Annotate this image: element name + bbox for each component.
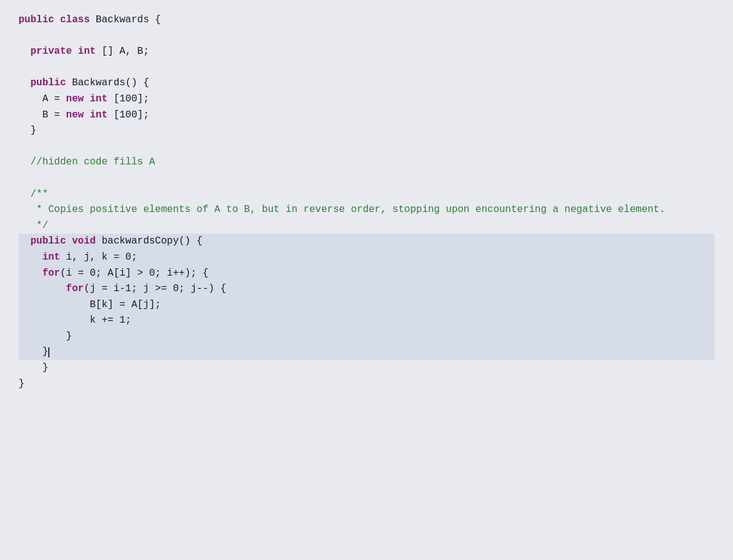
code-line-21: } bbox=[19, 329, 714, 345]
code-line-16: int i, j, k = 0; bbox=[19, 250, 714, 266]
code-line-10: //hidden code fills A bbox=[19, 155, 714, 171]
code-line-11 bbox=[19, 171, 714, 187]
code-line-7: B = new int [100]; bbox=[19, 108, 714, 124]
code-container: public class Backwards { private int [] … bbox=[0, 0, 733, 560]
code-line-18: for(j = i-1; j >= 0; j--) { bbox=[19, 281, 714, 297]
code-line-1: public class Backwards { bbox=[19, 12, 714, 28]
code-line-9 bbox=[19, 139, 714, 155]
code-line-6: A = new int [100]; bbox=[19, 91, 714, 108]
code-line-15: public void backwardsCopy() { bbox=[19, 234, 714, 250]
code-line-2 bbox=[19, 28, 714, 45]
code-line-13: * Copies positive elements of A to B, bu… bbox=[19, 202, 714, 218]
code-line-17: for(i = 0; A[i] > 0; i++); { bbox=[19, 266, 714, 282]
code-line-12: /** bbox=[19, 187, 714, 203]
code-line-14: */ bbox=[19, 218, 714, 234]
code-line-23: } bbox=[19, 360, 714, 376]
code-line-19: B[k] = A[j]; bbox=[19, 297, 714, 313]
code-block: public class Backwards { private int [] … bbox=[19, 12, 714, 548]
code-line-22: } bbox=[19, 344, 714, 360]
text-cursor bbox=[48, 347, 49, 357]
code-line-20: k += 1; bbox=[19, 313, 714, 329]
code-line-5: public Backwards() { bbox=[19, 75, 714, 91]
code-line-8: } bbox=[19, 123, 714, 139]
code-line-4 bbox=[19, 60, 714, 76]
code-line-3: private int [] A, B; bbox=[19, 44, 714, 60]
code-line-24: } bbox=[19, 376, 714, 392]
